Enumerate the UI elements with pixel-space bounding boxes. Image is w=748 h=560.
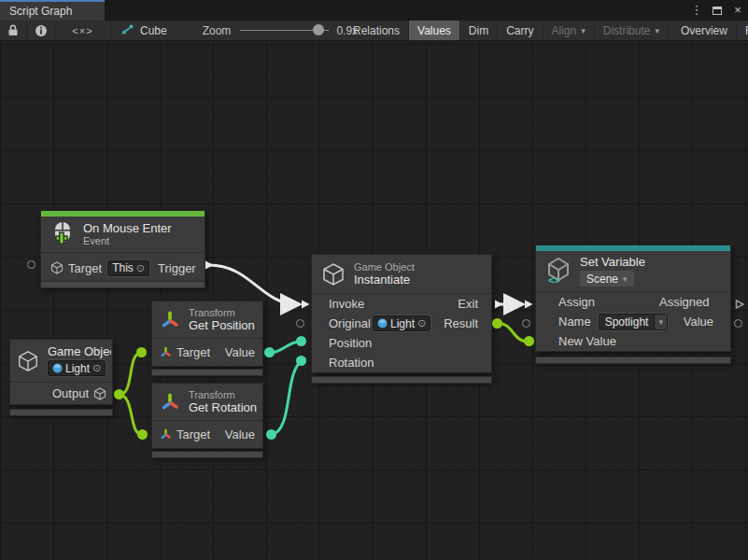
lock-button[interactable]: [0, 21, 27, 40]
node-footer: [9, 409, 113, 416]
wire-rotation-value[interactable]: [271, 361, 301, 435]
result-label: Result: [444, 316, 478, 330]
node-on-mouse-enter[interactable]: On Mouse Enter Event Target This ⊙ Trigg…: [40, 210, 205, 284]
invoke-label: Invoke: [329, 297, 364, 311]
object-picker-icon[interactable]: ⊙: [92, 362, 101, 374]
port-invoke-input[interactable]: [300, 299, 311, 310]
node-footer: [40, 281, 205, 288]
graph-breadcrumb[interactable]: Cube: [120, 24, 167, 37]
variable-scope-dropdown[interactable]: Scene ▾: [580, 271, 634, 287]
zoom-slider-handle[interactable]: [313, 24, 324, 35]
node-title: Get Position: [189, 318, 255, 332]
value-label: Value: [225, 427, 255, 441]
assigned-label: Assigned: [659, 295, 713, 309]
port-getposition-value[interactable]: [264, 347, 275, 357]
object-value-field[interactable]: Light ⊙: [48, 360, 106, 376]
carry-button[interactable]: Carry: [498, 21, 543, 40]
game-object-icon: [377, 318, 388, 329]
chevron-down-icon[interactable]: ▾: [654, 315, 667, 329]
chevron-down-icon: ▾: [581, 26, 586, 35]
object-picker-icon[interactable]: ⊙: [417, 317, 426, 329]
align-button[interactable]: Align ▾: [543, 21, 595, 40]
node-category: Transform: [189, 307, 255, 318]
svg-text:<>: <>: [548, 275, 561, 285]
transform-icon: [160, 428, 172, 441]
code-view-button[interactable]: <×>: [55, 21, 111, 40]
port-gameobject-output[interactable]: [114, 389, 124, 399]
variable-name-dropdown[interactable]: Spotlight ▾: [599, 314, 668, 330]
new-value-label: New Value: [558, 334, 616, 348]
maximize-icon[interactable]: [713, 7, 722, 15]
node-footer: [151, 369, 263, 376]
cube-icon: [17, 350, 39, 372]
transform-icon: [160, 346, 172, 358]
cube-icon: [93, 387, 106, 400]
window-controls: ⋮ ×: [690, 0, 744, 21]
original-value-field[interactable]: Light ⊙: [373, 315, 430, 331]
output-label: Output: [52, 386, 89, 400]
inspector-button[interactable]: [27, 21, 55, 40]
node-set-variable[interactable]: <> Set Variable Scene ▾ Assign Assigned …: [535, 245, 731, 352]
toolbar-buttons: Relations Values Dim Carry Align ▾ Distr…: [345, 21, 748, 40]
node-get-rotation[interactable]: Transform Get Rotation Target Value: [151, 383, 263, 449]
unity-logo-icon: <>: [545, 257, 572, 285]
node-instantiate[interactable]: Game Object Instantiate Invoke Exit Orig…: [311, 254, 492, 373]
window-menu-icon[interactable]: ⋮: [690, 0, 703, 21]
port-exit-output[interactable]: [493, 299, 504, 310]
object-picker-icon[interactable]: ⊙: [136, 262, 145, 274]
original-label: Original: [329, 316, 373, 330]
port-position-input[interactable]: [296, 336, 306, 346]
close-icon[interactable]: ×: [731, 0, 744, 21]
wire-trigger-to-invoke[interactable]: [209, 265, 297, 304]
wire-output-to-getposition[interactable]: [120, 353, 141, 395]
port-assigned-output[interactable]: [734, 299, 745, 310]
port-assign-input[interactable]: [523, 299, 534, 310]
name-label: Name: [558, 315, 591, 329]
zoom-slider[interactable]: [240, 21, 329, 40]
dim-button[interactable]: Dim: [460, 21, 498, 40]
port-getrotation-target[interactable]: [137, 429, 148, 440]
fullscreen-button[interactable]: Full Screen: [737, 21, 748, 40]
node-title: On Mouse Enter: [83, 221, 172, 235]
node-title: Game Object: [48, 344, 111, 358]
node-subtitle: Event: [83, 235, 172, 246]
tab-script-graph[interactable]: Script Graph: [0, 0, 105, 21]
port-new-value-input[interactable]: [524, 336, 534, 346]
target-label: Target: [176, 427, 210, 441]
transform-icon: [160, 392, 180, 413]
assign-label: Assign: [558, 295, 595, 309]
wire-output-to-getrotation[interactable]: [120, 395, 142, 435]
value-label: Value: [225, 345, 255, 359]
graph-canvas[interactable]: On Mouse Enter Event Target This ⊙ Trigg…: [0, 41, 748, 560]
rotation-label: Rotation: [329, 356, 374, 370]
overview-button[interactable]: Overview: [672, 21, 737, 40]
port-getposition-target[interactable]: [136, 347, 147, 357]
port-name-input[interactable]: [522, 319, 530, 328]
port-target-input[interactable]: [27, 260, 35, 269]
node-get-position[interactable]: Transform Get Position Target Value: [151, 301, 263, 367]
port-original-input[interactable]: [296, 319, 304, 328]
port-getrotation-value[interactable]: [266, 429, 276, 440]
chevron-down-icon: ▾: [623, 274, 628, 284]
port-value-output[interactable]: [734, 319, 742, 328]
zoom-label: Zoom: [203, 24, 232, 37]
node-category: Transform: [189, 389, 257, 400]
node-title: Set Variable: [580, 255, 645, 269]
mouse-enter-icon: [49, 221, 75, 246]
distribute-button[interactable]: Distribute ▾: [595, 21, 669, 40]
target-label: Target: [176, 345, 210, 359]
target-value-field[interactable]: This ⊙: [107, 260, 149, 276]
exit-label: Exit: [458, 297, 478, 311]
tab-title: Script Graph: [9, 5, 72, 18]
graph-icon: [120, 24, 134, 36]
node-category: Game Object: [354, 261, 415, 273]
values-button[interactable]: Values: [409, 21, 460, 40]
port-trigger-output[interactable]: [204, 259, 215, 271]
lock-icon: [7, 24, 19, 36]
node-game-object[interactable]: Game Object Light ⊙ Output: [9, 339, 113, 405]
graph-toolbar: <×> Cube Zoom 0.9x Relations Values Dim: [0, 21, 748, 41]
port-result-output[interactable]: [492, 318, 502, 329]
value-label: Value: [684, 315, 713, 329]
relations-button[interactable]: Relations: [345, 21, 409, 40]
port-rotation-input[interactable]: [296, 356, 306, 366]
